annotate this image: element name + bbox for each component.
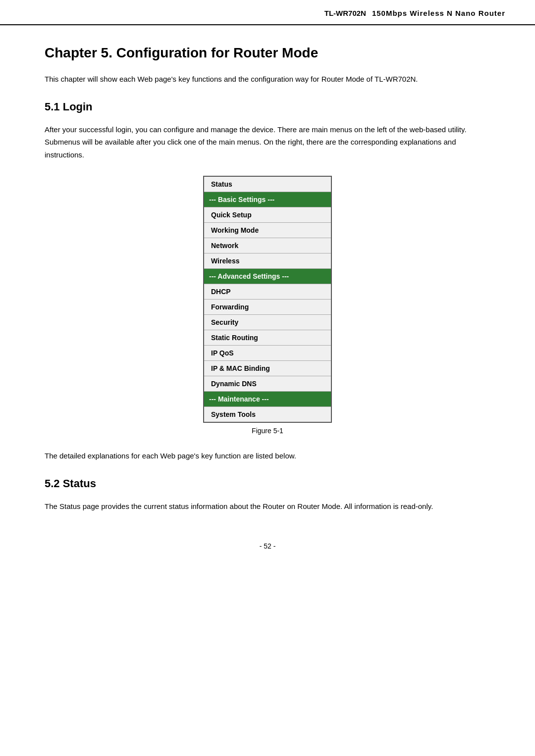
menu-item: --- Basic Settings --- — [204, 192, 331, 207]
menu-item: Working Mode — [204, 223, 331, 238]
menu-item: Security — [204, 315, 331, 330]
after-figure-text: The detailed explanations for each Web p… — [45, 450, 490, 462]
header-model: TL-WR702N — [324, 9, 366, 17]
page-footer: - 52 - — [45, 542, 490, 550]
chapter-intro: This chapter will show each Web page's k… — [45, 73, 490, 86]
page-number: - 52 - — [260, 542, 276, 550]
menu-item: System Tools — [204, 407, 331, 422]
page-content: Chapter 5. Configuration for Router Mode… — [0, 25, 535, 580]
menu-item: Dynamic DNS — [204, 376, 331, 392]
menu-item: Forwarding — [204, 300, 331, 315]
section-login-title: 5.1 Login — [45, 101, 490, 113]
menu-item: Network — [204, 238, 331, 253]
menu-item: Status — [204, 177, 331, 192]
menu-item: Static Routing — [204, 330, 331, 346]
chapter-title: Chapter 5. Configuration for Router Mode — [45, 45, 490, 61]
menu-item: Wireless — [204, 253, 331, 269]
section-login-text: After your successful login, you can con… — [45, 123, 490, 161]
menu-item: IP QoS — [204, 346, 331, 361]
menu-item: --- Maintenance --- — [204, 392, 331, 407]
section-status-text: The Status page provides the current sta… — [45, 500, 490, 513]
menu-box: Status--- Basic Settings ---Quick SetupW… — [203, 176, 332, 423]
menu-item: Quick Setup — [204, 207, 331, 223]
figure-label: Figure 5-1 — [252, 427, 283, 435]
menu-item: IP & MAC Binding — [204, 361, 331, 376]
menu-item: DHCP — [204, 284, 331, 300]
menu-item: --- Advanced Settings --- — [204, 269, 331, 284]
page-header: TL-WR702N 150Mbps Wireless N Nano Router — [0, 0, 535, 25]
section-status-title: 5.2 Status — [45, 477, 490, 490]
header-title: 150Mbps Wireless N Nano Router — [372, 9, 505, 17]
menu-diagram: Status--- Basic Settings ---Quick SetupW… — [45, 176, 490, 445]
